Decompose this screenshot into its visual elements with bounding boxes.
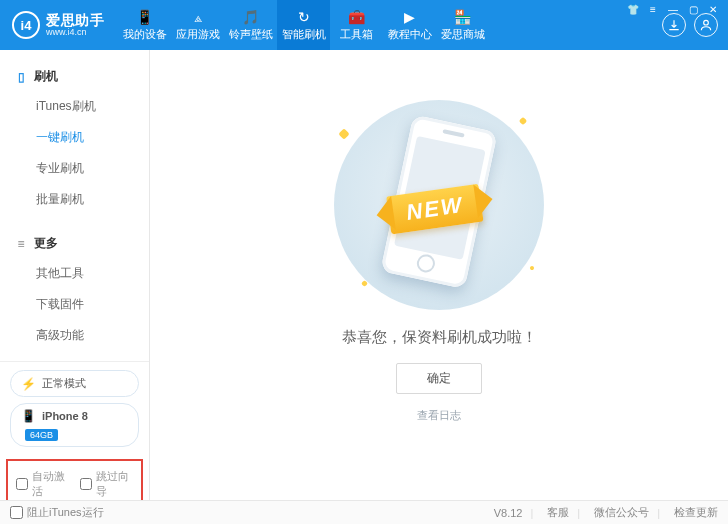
- footer-support[interactable]: 客服: [547, 505, 569, 520]
- opt-auto-activate[interactable]: 自动激活: [16, 469, 70, 499]
- skin-icon[interactable]: 👕: [626, 2, 640, 16]
- success-text: 恭喜您，保资料刷机成功啦！: [342, 328, 537, 347]
- sidebar-section-more[interactable]: ≡ 更多: [0, 231, 149, 256]
- device-info-pill[interactable]: 📱 iPhone 8 64GB: [10, 403, 139, 447]
- sidebar-item-advanced[interactable]: 高级功能: [0, 320, 149, 351]
- opt-skip-guide[interactable]: 跳过向导: [80, 469, 134, 499]
- footer-update[interactable]: 检查更新: [674, 505, 718, 520]
- close-button[interactable]: ✕: [706, 2, 720, 16]
- menu-icon[interactable]: ≡: [646, 2, 660, 16]
- success-illustration: NEW: [334, 100, 544, 310]
- device-icon: 📱: [136, 8, 154, 26]
- skip-guide-checkbox[interactable]: [80, 478, 92, 490]
- sidebar-item-oneclick-flash[interactable]: 一键刷机: [0, 122, 149, 153]
- ok-button[interactable]: 确定: [396, 363, 482, 394]
- app-logo: i4 爱思助手 www.i4.cn: [12, 11, 104, 39]
- footer-wechat[interactable]: 微信公众号: [594, 505, 649, 520]
- block-itunes-checkbox[interactable]: [10, 506, 23, 519]
- phone-outline-icon: ▯: [14, 70, 28, 84]
- refresh-icon: ↻: [295, 8, 313, 26]
- nav-my-device[interactable]: 📱 我的设备: [118, 0, 171, 50]
- more-icon: ≡: [14, 237, 28, 251]
- minimize-button[interactable]: —: [666, 2, 680, 16]
- sidebar-item-other-tools[interactable]: 其他工具: [0, 258, 149, 289]
- nav-tutorials[interactable]: ▶ 教程中心: [383, 0, 436, 50]
- music-icon: 🎵: [242, 8, 260, 26]
- view-log-link[interactable]: 查看日志: [417, 408, 461, 423]
- logo-icon: i4: [12, 11, 40, 39]
- toolbox-icon: 🧰: [348, 8, 366, 26]
- nav-toolbox[interactable]: 🧰 工具箱: [330, 0, 383, 50]
- mode-icon: ⚡: [21, 377, 36, 391]
- phone-icon: 📱: [21, 409, 36, 423]
- nav-store[interactable]: 🏪 爱思商城: [436, 0, 489, 50]
- auto-activate-checkbox[interactable]: [16, 478, 28, 490]
- sidebar-section-flash[interactable]: ▯ 刷机: [0, 64, 149, 89]
- status-bar: 阻止iTunes运行 V8.12 | 客服 | 微信公众号 | 检查更新: [0, 500, 728, 524]
- nav-apps-games[interactable]: ⟁ 应用游戏: [171, 0, 224, 50]
- nav-ringtones[interactable]: 🎵 铃声壁纸: [224, 0, 277, 50]
- sidebar-item-itunes-flash[interactable]: iTunes刷机: [0, 91, 149, 122]
- content-area: NEW 恭喜您，保资料刷机成功啦！ 确定 查看日志: [150, 50, 728, 500]
- store-icon: 🏪: [454, 8, 472, 26]
- sidebar-item-pro-flash[interactable]: 专业刷机: [0, 153, 149, 184]
- maximize-button[interactable]: ▢: [686, 2, 700, 16]
- device-mode-pill[interactable]: ⚡ 正常模式: [10, 370, 139, 397]
- version-label: V8.12: [494, 507, 523, 519]
- sidebar-item-download-fw[interactable]: 下载固件: [0, 289, 149, 320]
- nav-flash[interactable]: ↻ 智能刷机: [277, 0, 330, 50]
- top-bar: i4 爱思助手 www.i4.cn 📱 我的设备 ⟁ 应用游戏 🎵 铃声壁纸 ↻…: [0, 0, 728, 50]
- block-itunes-option[interactable]: 阻止iTunes运行: [10, 505, 104, 520]
- apps-icon: ⟁: [189, 8, 207, 26]
- main-nav: 📱 我的设备 ⟁ 应用游戏 🎵 铃声壁纸 ↻ 智能刷机 🧰 工具箱 ▶ 教程中心…: [118, 0, 489, 50]
- download-button[interactable]: [662, 13, 686, 37]
- storage-badge: 64GB: [25, 429, 58, 441]
- app-url: www.i4.cn: [46, 28, 104, 37]
- account-button[interactable]: [694, 13, 718, 37]
- svg-point-0: [704, 20, 709, 25]
- sidebar-item-batch-flash[interactable]: 批量刷机: [0, 184, 149, 215]
- play-icon: ▶: [401, 8, 419, 26]
- app-name: 爱思助手: [46, 13, 104, 28]
- sidebar: ▯ 刷机 iTunes刷机 一键刷机 专业刷机 批量刷机 ≡ 更多 其他工具 下…: [0, 50, 150, 500]
